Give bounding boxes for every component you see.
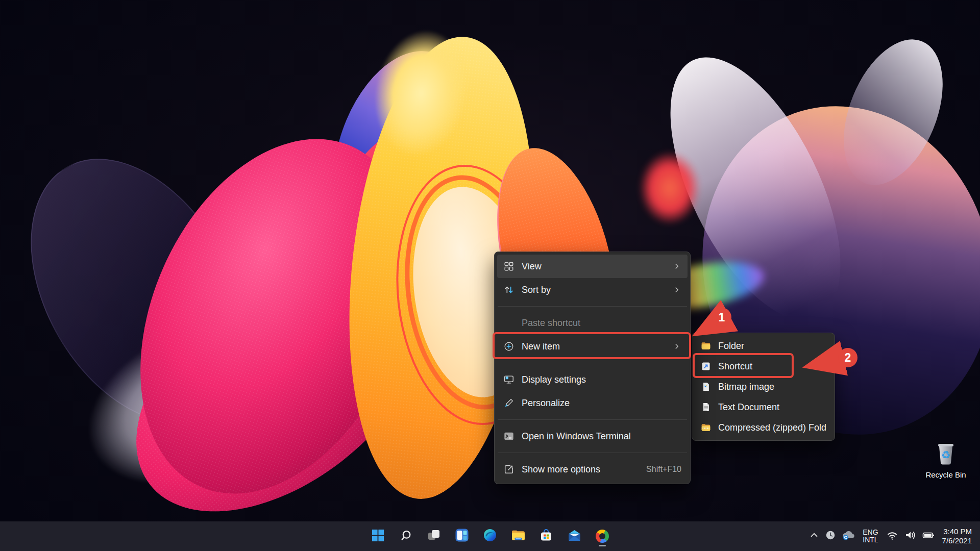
new-item-submenu: Folder Shortcut Bitmap image [692,333,835,441]
windows-start-icon [372,529,384,544]
volume-icon [903,529,917,543]
menu-item-label: New item [522,341,668,352]
search-icon [400,529,412,544]
quick-settings-button[interactable] [883,525,938,547]
recycle-bin-label: Recycle Bin [925,470,966,479]
running-app-indicator [599,545,606,546]
mail-button[interactable] [564,525,585,547]
menu-item-show-more-options[interactable]: Show more options Shift+F10 [497,458,688,481]
widgets-icon [455,529,469,544]
personalize-brush-icon [503,397,514,409]
show-more-options-icon [503,464,514,475]
mail-icon [568,529,581,544]
bitmap-image-icon [701,382,711,392]
recycle-bin-icon: ♻ [934,442,958,468]
menu-separator [498,363,687,363]
menu-item-label: View [522,261,668,272]
submenu-item-shortcut[interactable]: Shortcut [695,356,832,377]
wifi-icon [886,529,899,543]
menu-item-display-settings[interactable]: Display settings [497,368,688,391]
shortcut-icon [701,361,711,371]
recycle-bin-desktop-icon[interactable]: ♻ Recycle Bin [924,442,968,479]
chrome-icon [596,530,609,543]
start-button[interactable] [367,525,389,547]
onedrive-cloud-sync-icon [841,529,855,543]
menu-item-sort-by[interactable]: Sort by [497,278,688,302]
taskbar: ENG INTL [0,521,980,551]
submenu-item-label: Text Document [718,402,826,413]
language-switcher[interactable]: ENG INTL [858,529,883,544]
display-settings-icon [503,374,514,385]
submenu-item-label: Bitmap image [718,382,826,392]
menu-item-label: Sort by [522,285,668,295]
text-document-icon [701,402,711,412]
empty-icon-spacer [503,317,514,329]
clock-tray-icon [825,530,836,543]
taskbar-clock[interactable]: 3:40 PM 7/6/2021 [938,527,974,545]
svg-text:♻: ♻ [941,449,951,461]
search-button[interactable] [395,525,417,547]
edge-browser-button[interactable] [479,525,501,547]
taskbar-system-tray: ENG INTL [806,521,980,551]
desktop-wallpaper[interactable] [0,0,980,551]
menu-item-open-in-windows-terminal[interactable]: Open in Windows Terminal [497,424,688,448]
edge-icon [483,529,497,544]
submenu-item-compressed-folder[interactable]: Compressed (zipped) Folder [695,417,832,438]
tray-date: 7/6/2021 [942,536,972,545]
tray-time: 3:40 PM [943,527,972,536]
menu-item-view[interactable]: View [497,255,688,278]
menu-item-label: Show more options [522,464,640,475]
chevron-right-icon [672,342,681,351]
menu-item-label: Display settings [522,374,681,385]
menu-item-label: Personalize [522,398,681,409]
tray-clock-app-button[interactable] [822,525,839,547]
file-explorer-icon [511,529,525,544]
chevron-right-icon [672,285,681,294]
chevron-right-icon [672,262,681,271]
microsoft-store-button[interactable] [535,525,557,547]
language-code: ENG [863,529,878,536]
submenu-item-bitmap-image[interactable]: Bitmap image [695,377,832,397]
menu-item-paste-shortcut[interactable]: Paste shortcut [497,311,688,335]
onedrive-button[interactable] [839,525,858,547]
menu-item-label: Paste shortcut [522,318,681,329]
menu-separator [498,453,687,453]
menu-separator [498,419,687,420]
desktop-context-menu: View Sort by Paste shortcut New item [494,252,691,484]
sort-arrows-icon [503,284,514,295]
submenu-item-folder[interactable]: Folder [695,336,832,356]
file-explorer-button[interactable] [507,525,529,547]
submenu-item-label: Shortcut [718,361,826,372]
keyboard-layout-code: INTL [863,536,878,544]
folder-icon [701,341,711,351]
chrome-browser-button[interactable] [592,525,614,547]
zipped-folder-icon [701,422,711,433]
view-grid-icon [503,261,514,272]
menu-separator [498,306,687,307]
menu-item-new-item[interactable]: New item [497,335,688,358]
windows-terminal-icon [503,431,514,442]
menu-item-personalize[interactable]: Personalize [497,391,688,415]
new-item-plus-icon [503,341,514,352]
battery-icon [921,529,935,543]
submenu-item-label: Compressed (zipped) Folder [718,422,826,433]
menu-item-shortcut-key: Shift+F10 [646,465,681,474]
task-view-button[interactable] [423,525,445,547]
submenu-item-text-document[interactable]: Text Document [695,397,832,417]
chevron-up-icon [808,530,820,543]
widgets-button[interactable] [451,525,473,547]
hidden-icons-button[interactable] [806,525,822,547]
menu-item-label: Open in Windows Terminal [522,431,681,442]
microsoft-store-icon [540,529,553,544]
task-view-icon [427,529,440,544]
wallpaper-petal-red-glow [639,151,700,225]
submenu-item-label: Folder [718,341,826,352]
